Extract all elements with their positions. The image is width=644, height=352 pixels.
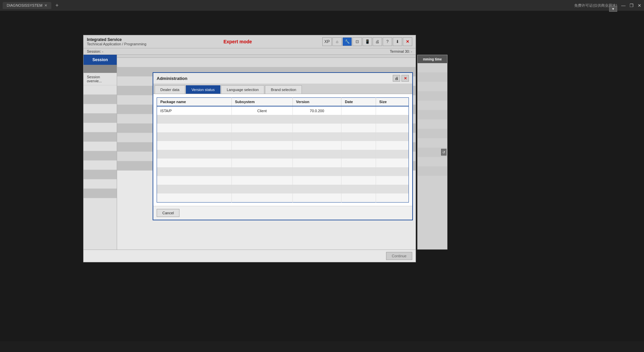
- table-cell: [157, 176, 232, 185]
- taskbar: [0, 341, 644, 352]
- sidebar-row-5: [84, 123, 117, 132]
- admin-footer: Cancel: [153, 206, 412, 220]
- tab-brand-selection[interactable]: Brand selection: [265, 85, 302, 94]
- table-cell: [231, 159, 292, 167]
- tab-language-selection[interactable]: Language selection: [221, 85, 264, 94]
- table-cell: Client: [231, 106, 292, 115]
- admin-dialog-title-bar: Administration 🖨 ✕: [153, 73, 412, 84]
- sidebar-row-8: [84, 151, 117, 161]
- admin-close-button[interactable]: ✕: [401, 75, 409, 82]
- minimize-button[interactable]: —: [621, 3, 626, 8]
- admin-tabs: Dealer data Version status Language sele…: [153, 84, 412, 94]
- sidebar-row-10: [84, 170, 117, 179]
- terminal-label: Terminal 30:: [390, 49, 410, 53]
- display-mode-button[interactable]: ▼: [609, 6, 617, 12]
- table-cell: [376, 132, 409, 141]
- toolbar-download-button[interactable]: ⬇: [393, 37, 402, 46]
- toolbar-xp-button[interactable]: XP: [322, 37, 332, 46]
- toolbar-phone-button[interactable]: 📱: [363, 37, 372, 46]
- table-row: [157, 159, 409, 167]
- col-version: Version: [292, 98, 341, 106]
- table-cell: [157, 159, 232, 167]
- app-title-left: Integrated Service Technical Application…: [87, 37, 146, 46]
- table-cell: [157, 132, 232, 141]
- app-title-bar: Integrated Service Technical Application…: [84, 35, 416, 48]
- browser-tab[interactable]: DIAGNOSISSYSTEM ✕: [3, 2, 51, 9]
- version-table: Package name Subsystem Version Date Size…: [157, 97, 409, 203]
- app-title-sub: Technical Application / Programming: [87, 42, 146, 46]
- prog-row-1: [418, 63, 447, 73]
- col-size: Size: [376, 98, 409, 106]
- table-row: [157, 141, 409, 150]
- close-tab-icon[interactable]: ✕: [44, 3, 47, 8]
- col-date: Date: [341, 98, 376, 106]
- table-cell: [157, 167, 232, 176]
- top-control-bar: ▼: [609, 6, 617, 12]
- toolbar-wrench-button[interactable]: 🔧: [342, 37, 352, 46]
- prog-row-4: [418, 91, 447, 101]
- new-tab-button[interactable]: +: [53, 2, 60, 9]
- sidebar-row-2: [84, 95, 117, 104]
- table-cell: [376, 185, 409, 193]
- app-title-main: Integrated Service: [87, 37, 146, 42]
- table-cell: [376, 124, 409, 132]
- restore-button[interactable]: ❐: [630, 3, 634, 8]
- browser-chrome: DIAGNOSISSYSTEM ✕ + 免费许可证(仅供商业用途) — ❐ ✕: [0, 0, 644, 11]
- programming-time-header: mming time: [418, 55, 447, 63]
- cancel-button[interactable]: Cancel: [157, 209, 179, 217]
- table-cell: [376, 167, 409, 176]
- prog-row-8: [418, 129, 447, 138]
- browser-close-button[interactable]: ✕: [638, 3, 641, 8]
- admin-dialog: Administration 🖨 ✕ Dealer data Version s…: [153, 72, 413, 220]
- prog-row-2: [418, 73, 447, 82]
- table-cell: [292, 176, 341, 185]
- tab-dealer-data[interactable]: Dealer data: [155, 85, 185, 94]
- table-cell: [341, 141, 376, 150]
- toolbar-home-button[interactable]: ⌂: [332, 37, 342, 46]
- continue-button[interactable]: Continue: [386, 252, 412, 260]
- session-value: -: [102, 49, 103, 53]
- tab-version-status[interactable]: Version status: [186, 85, 220, 94]
- expert-mode-label: Expert mode: [223, 39, 252, 44]
- sidebar-dark-divider: [84, 65, 117, 73]
- sidebar-session-button[interactable]: Session: [84, 55, 117, 65]
- table-area: Package name Subsystem Version Date Size…: [153, 94, 412, 206]
- table-cell: 70.0.200: [292, 106, 341, 115]
- right-panel-header: [117, 55, 416, 58]
- table-body: ISTA/PClient70.0.200: [157, 106, 409, 202]
- table-row: [157, 185, 409, 193]
- sidebar-session-overview[interactable]: Session overvie...: [84, 73, 117, 85]
- prog-row-3: [418, 82, 447, 91]
- col-subsystem: Subsystem: [231, 98, 292, 106]
- table-cell: [341, 176, 376, 185]
- toolbar-grid-button[interactable]: ⊡: [353, 37, 362, 46]
- scroll-arrow-icon[interactable]: ↺: [441, 149, 446, 156]
- tab-title: DIAGNOSISSYSTEM: [7, 3, 42, 7]
- toolbar-print-button[interactable]: 🖨: [373, 37, 382, 46]
- toolbar-help-button[interactable]: ?: [383, 37, 392, 46]
- table-cell: [231, 124, 292, 132]
- table-cell: [341, 132, 376, 141]
- admin-print-button[interactable]: 🖨: [393, 75, 400, 82]
- sidebar-row-6: [84, 132, 117, 142]
- toolbar-close-button[interactable]: ✕: [403, 37, 412, 46]
- table-cell: [231, 132, 292, 141]
- table-cell: [157, 193, 232, 202]
- prog-row-7: [418, 120, 447, 129]
- sidebar-row-7: [84, 142, 117, 151]
- table-cell: [341, 115, 376, 124]
- sidebar-row-12: [84, 189, 117, 198]
- table-cell: [157, 185, 232, 193]
- browser-top-right: 免费许可证(仅供商业用途) — ❐ ✕: [574, 3, 641, 8]
- sidebar-row-9: [84, 161, 117, 170]
- programming-time-column: mming time ↺: [417, 55, 447, 250]
- table-row: [157, 193, 409, 202]
- table-cell: [292, 167, 341, 176]
- sidebar-row-3: [84, 104, 117, 114]
- prog-row-11: [418, 157, 447, 167]
- app-session-bar: Session: - Terminal 30: -: [84, 48, 416, 55]
- table-cell: [157, 115, 232, 124]
- prog-row-12: [418, 167, 447, 176]
- app-footer: Continue: [84, 250, 416, 262]
- table-cell: [376, 176, 409, 185]
